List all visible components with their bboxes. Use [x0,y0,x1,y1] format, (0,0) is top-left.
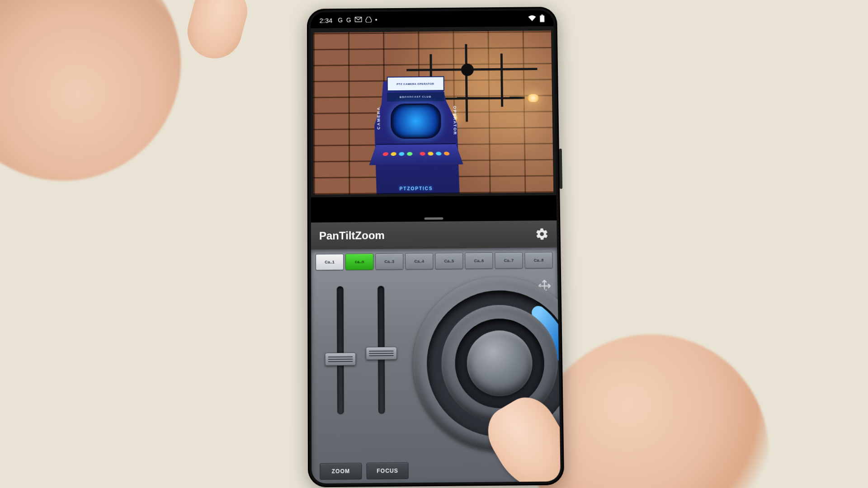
control-panel: PanTiltZoom Ca..1 ca..n Ca..3 Ca..4 Ca..… [311,221,561,483]
arcade-screen [391,103,441,139]
camera-tab-1[interactable]: Ca..1 [316,254,344,271]
arcade-marquee: PTZ CAMERA OPERATOR [387,76,444,91]
camera-tab-8[interactable]: Ca..8 [524,252,553,269]
camera-tab-6[interactable]: Ca..6 [465,253,493,269]
gear-icon[interactable] [535,227,548,241]
zoom-slider[interactable] [325,282,356,419]
drive-icon [365,17,372,23]
wifi-icon [528,15,536,22]
display-notch [392,11,472,23]
thumb-top-left [181,0,252,65]
zoom-slider-track [337,286,344,414]
phone-screen: 2:34 G G [311,10,561,483]
zoom-label-button[interactable]: ZOOM [320,463,362,480]
focus-slider-thumb[interactable] [366,347,397,360]
camera-preview-image: PTZ CAMERA OPERATOR BROADCAST CLUB CAMER… [313,31,553,195]
more-notifications-dot [375,19,377,21]
focus-slider[interactable] [365,282,397,419]
mail-icon [355,17,362,23]
control-header: PanTiltZoom [311,221,557,250]
arcade-side-label-right: OPERATOR [453,106,458,135]
camera-tabs: Ca..1 ca..n Ca..3 Ca..4 Ca..5 Ca..6 Ca..… [316,252,553,271]
focus-label-button[interactable]: FOCUS [366,462,408,479]
hand-bottom-right [533,334,769,488]
panel-drag-handle[interactable] [311,195,557,222]
phone-side-button [559,149,562,189]
camera-tab-5[interactable]: Ca..5 [435,253,463,269]
google-icon: G [346,17,351,23]
camera-tab-4[interactable]: Ca..4 [405,253,433,270]
joystick-knob[interactable] [467,330,533,397]
hand-top-left [0,0,214,214]
phone-body: 2:34 G G [307,7,564,488]
arcade-brand: PTZOPTICS [371,186,461,192]
arcade-cabinet: PTZ CAMERA OPERATOR BROADCAST CLUB CAMER… [371,69,462,194]
panel-title: PanTiltZoom [319,229,385,242]
camera-preview[interactable]: PTZ CAMERA OPERATOR BROADCAST CLUB CAMER… [311,26,556,197]
svg-rect-1 [540,15,544,22]
arcade-header: BROADCAST CLUB [387,92,444,101]
arcade-side-label-left: CAMERA [376,107,381,130]
google-icon: G [338,17,343,23]
camera-tab-2[interactable]: ca..n [345,253,373,270]
battery-icon [540,14,545,23]
camera-tab-7[interactable]: Ca..7 [495,252,523,269]
control-body: Ca..1 ca..n Ca..3 Ca..4 Ca..5 Ca..6 Ca..… [311,248,561,484]
status-time: 2:34 [320,16,333,24]
arcade-control-panel [369,143,463,165]
camera-tab-3[interactable]: Ca..3 [375,253,403,270]
zoom-slider-thumb[interactable] [325,353,356,366]
drag-handle-bar [425,217,443,220]
svg-rect-2 [541,14,543,15]
